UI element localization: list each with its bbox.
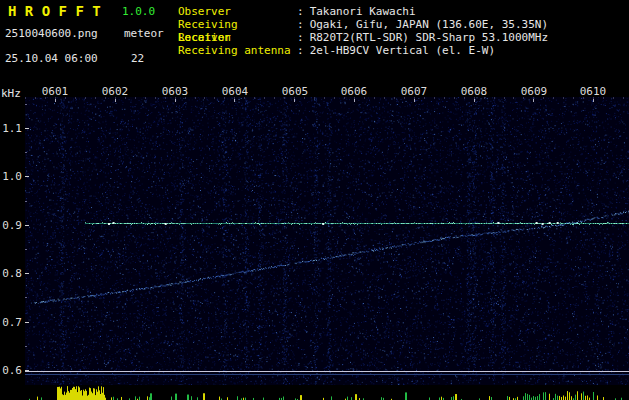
output-filename: 2510040600.png [5,28,98,39]
info-label: Receiving Location [178,18,297,31]
observation-datetime: 25.10.04 06:00 [5,53,98,64]
info-label: Receiver [178,31,297,44]
app-title: H R O F F T [8,4,101,18]
freq-tick-label: 0.6 [0,364,22,377]
freq-tick-label: 0.8 [0,267,22,280]
info-label: Observer [178,5,297,18]
spectrogram-canvas [25,97,629,385]
info-separator: : [297,31,304,44]
hrofft-screen: H R O F F T 1.0.0 2510040600.png meteor … [0,0,629,400]
info-value: Takanori Kawachi [310,5,416,18]
freq-tick-label: 0.9 [0,219,22,232]
info-value: R820T2(RTL-SDR) SDR-Sharp 53.1000MHz [310,31,548,44]
app-version: 1.0.0 [122,6,155,17]
station-info-table: Observer:Takanori Kawachi Receiving Loca… [178,5,548,57]
echo-count: 22 [131,53,144,64]
info-separator: : [297,18,304,31]
info-row-antenna: Receiving antenna:2el-HB9CV Vertical (el… [178,44,548,57]
freq-tick-label: 1.1 [0,122,22,135]
info-value: Ogaki, Gifu, JAPAN (136.60E, 35.35N) [310,18,548,31]
info-row-observer: Observer:Takanori Kawachi [178,5,548,18]
info-row-receiver: Receiver:R820T2(RTL-SDR) SDR-Sharp 53.10… [178,31,548,44]
activity-strip-canvas [25,385,629,400]
freq-tick-label: 1.0 [0,170,22,183]
info-separator: : [297,44,304,57]
info-separator: : [297,5,304,18]
info-row-location: Receiving Location:Ogaki, Gifu, JAPAN (1… [178,18,548,31]
info-value: 2el-HB9CV Vertical (el. E-W) [310,44,495,57]
mode-label: meteor [124,28,164,39]
freq-tick-label: 0.7 [0,316,22,329]
info-label: Receiving antenna [178,44,297,57]
freq-unit-label: kHz [1,88,21,99]
